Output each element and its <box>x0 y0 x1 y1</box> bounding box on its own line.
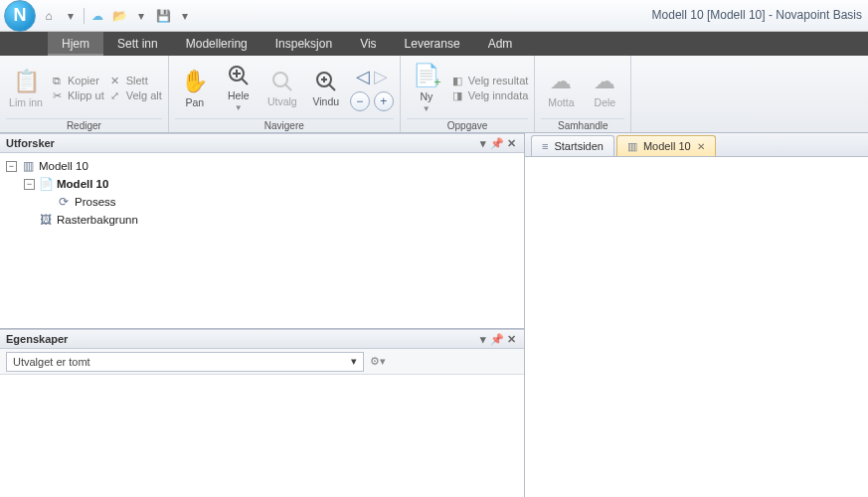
tab-inspeksjon[interactable]: Inspeksjon <box>261 32 346 56</box>
doc-tab-label: Startsiden <box>554 140 604 152</box>
raster-icon: 🖼 <box>39 213 53 227</box>
new-task-button[interactable]: 📄＋ Ny ▼ <box>407 61 446 115</box>
hand-icon: ✋ <box>181 69 208 94</box>
ribbon-group-samhandle: ☁ Motta ☁ Dele Samhandle <box>535 56 631 132</box>
properties-panel: Egenskaper ▾ 📌 ✕ Utvalget er tomt ▾ ⚙▾ <box>0 328 524 497</box>
select-input-button[interactable]: ◨Velg inndata <box>450 89 529 102</box>
nav-arrows: ◁ ▷ − + <box>350 66 394 111</box>
tree-node[interactable]: − 📄 Modell 10 <box>24 175 518 193</box>
doc-tab-modell-10[interactable]: ▥ Modell 10 ✕ <box>616 135 716 156</box>
collapse-icon[interactable]: − <box>24 179 35 190</box>
pin-icon[interactable]: 📌 <box>490 333 504 346</box>
tree-node-label: Prosess <box>75 196 116 208</box>
window-title: Modell 10 [Modell 10] - Novapoint Basis <box>652 8 862 22</box>
result-icon: ◧ <box>450 75 464 87</box>
cloud-icon[interactable]: ☁ <box>88 7 106 25</box>
next-view-button[interactable]: ▷ <box>374 66 388 87</box>
zoom-selection-button[interactable]: Utvalg <box>262 68 302 109</box>
collapse-icon[interactable]: − <box>6 161 17 172</box>
select-result-button[interactable]: ◧Velg resultat <box>450 75 529 87</box>
home-icon[interactable]: ⌂ <box>40 7 58 25</box>
close-icon[interactable]: ✕ <box>504 333 518 346</box>
dropdown-icon[interactable]: ▾ <box>62 7 80 25</box>
tree-node-label: Modell 10 <box>39 160 88 172</box>
ribbon-group-title: Rediger <box>6 118 162 132</box>
ribbon-group-oppgave: 📄＋ Ny ▼ ◧Velg resultat ◨Velg inndata Opp… <box>401 56 536 132</box>
tree-node-label: Rasterbakgrunn <box>57 214 138 226</box>
select-all-button[interactable]: ⤢Velg alt <box>108 89 162 102</box>
gear-icon[interactable]: ⚙▾ <box>370 355 386 368</box>
delete-button[interactable]: ✕Slett <box>108 75 162 87</box>
tree-node-label: Modell 10 <box>57 178 108 190</box>
selection-dropdown[interactable]: Utvalget er tomt ▾ <box>6 352 364 372</box>
paste-icon: 📋 <box>13 69 40 94</box>
app-letter: N <box>14 5 27 26</box>
document-icon: 📄 <box>39 177 53 191</box>
properties-panel-header: Egenskaper ▾ 📌 ✕ <box>0 329 524 349</box>
dropdown-icon[interactable]: ▾ <box>132 7 150 25</box>
panel-menu-icon[interactable]: ▾ <box>476 137 490 150</box>
close-tab-icon[interactable]: ✕ <box>697 141 705 152</box>
ribbon-group-title: Samhandle <box>541 118 624 132</box>
paste-button[interactable]: 📋 Lim inn <box>6 67 46 110</box>
svg-point-4 <box>273 73 287 86</box>
explorer-panel-header: Utforsker ▾ 📌 ✕ <box>0 133 524 153</box>
ribbon-tabs: Hjem Sett inn Modellering Inspeksjon Vis… <box>0 32 868 56</box>
quick-access-toolbar: ⌂ ▾ ☁ 📂 ▾ 💾 ▾ <box>40 7 194 25</box>
share-button[interactable]: ☁ Dele <box>585 67 624 110</box>
cut-icon: ✂ <box>50 89 64 102</box>
tree-root[interactable]: − ▥ Modell 10 <box>6 157 518 175</box>
tab-modellering[interactable]: Modellering <box>172 32 261 56</box>
doc-tab-startsiden[interactable]: ≡ Startsiden <box>531 135 614 156</box>
pin-icon[interactable]: 📌 <box>490 137 504 150</box>
tab-adm[interactable]: Adm <box>474 32 527 56</box>
chevron-down-icon: ▾ <box>351 355 357 368</box>
tab-hjem[interactable]: Hjem <box>48 32 103 56</box>
process-icon: ⟳ <box>57 195 71 209</box>
save-icon[interactable]: 💾 <box>154 7 172 25</box>
document-tabs: ≡ Startsiden ▥ Modell 10 ✕ <box>525 133 868 157</box>
tree-node[interactable]: 🖼 Rasterbakgrunn <box>24 211 518 229</box>
left-pane: Utforsker ▾ 📌 ✕ − ▥ Modell 10 − 📄 <box>0 133 525 497</box>
titlebar: N ⌂ ▾ ☁ 📂 ▾ 💾 ▾ Modell 10 [Modell 10] - … <box>0 0 868 32</box>
app-menu-button[interactable]: N <box>4 0 36 32</box>
model-doc-icon: ▥ <box>627 140 637 153</box>
zoom-out-button[interactable]: − <box>350 91 370 111</box>
ribbon: 📋 Lim inn ⧉Kopier ✂Klipp ut ✕Slett ⤢Velg… <box>0 56 868 133</box>
zoom-selection-icon <box>270 70 294 93</box>
pan-button[interactable]: ✋ Pan <box>175 67 215 110</box>
cloud-upload-icon: ☁ <box>594 69 615 94</box>
doc-tab-label: Modell 10 <box>643 140 691 152</box>
folder-open-icon[interactable]: 📂 <box>110 7 128 25</box>
zoom-window-button[interactable]: Vindu <box>306 68 346 109</box>
separator <box>84 8 85 24</box>
receive-button[interactable]: ☁ Motta <box>541 67 581 110</box>
select-all-icon: ⤢ <box>108 89 122 102</box>
panel-menu-icon[interactable]: ▾ <box>476 333 490 346</box>
properties-body <box>0 375 524 497</box>
new-task-icon: 📄＋ <box>413 63 439 88</box>
document-viewport[interactable] <box>525 157 868 497</box>
cloud-download-icon: ☁ <box>550 69 572 94</box>
zoom-fit-button[interactable]: Hele ▼ <box>219 62 259 114</box>
ribbon-group-title: Navigere <box>175 118 394 132</box>
input-icon: ◨ <box>450 89 464 102</box>
cut-button[interactable]: ✂Klipp ut <box>50 89 104 102</box>
tab-leveranse[interactable]: Leveranse <box>391 32 474 56</box>
svg-line-1 <box>242 79 248 84</box>
document-area: ≡ Startsiden ▥ Modell 10 ✕ <box>525 133 868 497</box>
properties-toolbar: Utvalget er tomt ▾ ⚙▾ <box>0 349 524 375</box>
tab-vis[interactable]: Vis <box>346 32 390 56</box>
zoom-fit-icon <box>227 64 251 87</box>
ribbon-group-navigere: ✋ Pan Hele ▼ Utvalg Vindu ◁ ▷ <box>169 56 401 132</box>
close-icon[interactable]: ✕ <box>504 137 518 150</box>
ribbon-group-title: Oppgave <box>407 118 529 132</box>
tab-sett-inn[interactable]: Sett inn <box>103 32 172 56</box>
copy-button[interactable]: ⧉Kopier <box>50 75 104 87</box>
zoom-in-button[interactable]: + <box>374 91 394 111</box>
tree-node[interactable]: ⟳ Prosess <box>42 193 518 211</box>
main-area: Utforsker ▾ 📌 ✕ − ▥ Modell 10 − 📄 <box>0 133 868 497</box>
qat-customize-icon[interactable]: ▾ <box>176 7 194 25</box>
prev-view-button[interactable]: ◁ <box>356 66 370 87</box>
zoom-window-icon <box>314 70 338 93</box>
